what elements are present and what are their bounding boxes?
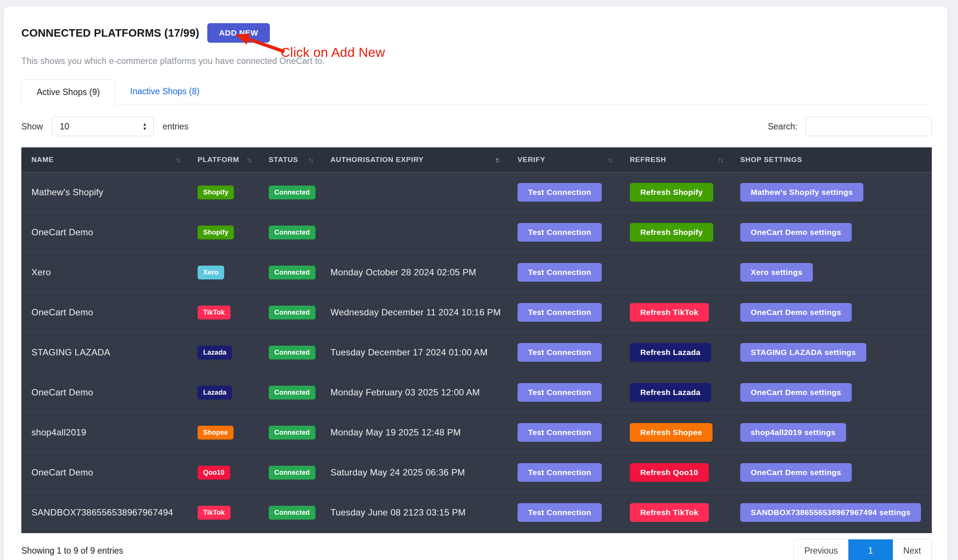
shop-settings-cell: OneCart Demo settings — [733, 463, 932, 482]
shop-name: OneCart Demo — [32, 307, 93, 317]
shop-settings-cell: Xero settings — [733, 263, 932, 282]
test-connection-button[interactable]: Test Connection — [517, 183, 602, 202]
shop-settings-button[interactable]: OneCart Demo settings — [740, 383, 852, 402]
previous-page-button[interactable]: Previous — [794, 539, 848, 560]
column-header-platform[interactable]: PLATFORM↑↓ — [191, 147, 262, 172]
current-page-button[interactable]: 1 — [849, 539, 893, 560]
shop-name: OneCart Demo — [32, 387, 93, 397]
authorisation-expiry-cell: Saturday May 24 2025 06:36 PM — [324, 467, 511, 478]
shop-settings-button[interactable]: OneCart Demo settings — [740, 463, 852, 482]
test-connection-button[interactable]: Test Connection — [517, 503, 602, 522]
shop-settings-button[interactable]: Mathew's Shopify settings — [740, 183, 863, 202]
shop-settings-button[interactable]: OneCart Demo settings — [740, 223, 852, 242]
platform-badge: Shopee — [198, 426, 233, 440]
refresh-cell: Refresh Qoo10 — [623, 463, 733, 482]
shop-name: shop4all2019 — [32, 427, 86, 437]
refresh-button[interactable]: Refresh TikTok — [630, 503, 709, 522]
verify-cell: Test Connection — [511, 303, 623, 322]
table-row: OneCart DemoLazadaConnectedMonday Februa… — [21, 372, 932, 412]
refresh-button[interactable]: Refresh Lazada — [630, 343, 711, 362]
shop-name: Xero — [32, 267, 51, 277]
page-length-select[interactable]: 10 — [52, 117, 154, 136]
authorisation-expiry-cell: Tuesday December 17 2024 01:00 AM — [324, 347, 511, 358]
column-header-verify[interactable]: VERIFY↑↓ — [511, 147, 623, 172]
table-row: SANDBOX7386556538967967494TikTokConnecte… — [21, 492, 932, 533]
authorisation-expiry-cell: Monday May 19 2025 12:48 PM — [324, 427, 511, 438]
platform-badge: TikTok — [198, 506, 230, 520]
refresh-button[interactable]: Refresh Qoo10 — [630, 463, 709, 482]
platform-cell: Lazada — [191, 386, 262, 400]
column-header-authorisation-expiry[interactable]: AUTHORISATION EXPIRY↑↓ — [324, 147, 511, 172]
column-label: AUTHORISATION EXPIRY — [330, 156, 423, 164]
platform-badge: Lazada — [198, 346, 232, 359]
table-row: Mathew's ShopifyShopifyConnectedTest Con… — [21, 172, 932, 212]
title-row: CONNECTED PLATFORMS (17/99) ADD NEW — [21, 23, 932, 43]
authorisation-expiry-cell: Wednesday December 11 2024 10:16 PM — [324, 307, 511, 318]
refresh-button[interactable]: Refresh TikTok — [630, 303, 709, 322]
shop-settings-button[interactable]: SANDBOX7386556538967967494 settings — [740, 503, 921, 522]
shop-name: OneCart Demo — [32, 227, 93, 237]
shop-name: Mathew's Shopify — [32, 187, 103, 197]
column-header-refresh[interactable]: REFRESH↑↓ — [623, 147, 733, 172]
test-connection-button[interactable]: Test Connection — [517, 223, 602, 242]
refresh-button[interactable]: Refresh Lazada — [630, 383, 711, 402]
column-label: SHOP SETTINGS — [740, 156, 802, 164]
authorisation-expiry: Monday May 19 2025 12:48 PM — [330, 427, 461, 437]
next-page-button[interactable]: Next — [893, 539, 931, 560]
status-badge: Connected — [269, 305, 316, 320]
page-length-controls: Show 10 ▲▼ entries — [21, 117, 189, 136]
platform-cell: Xero — [191, 266, 262, 280]
shop-settings-button[interactable]: OneCart Demo settings — [740, 303, 852, 322]
shop-name-cell: SANDBOX7386556538967967494 — [21, 507, 191, 518]
shop-settings-cell: STAGING LAZADA settings — [733, 343, 932, 362]
page-subtitle: This shows you which e-commerce platform… — [21, 56, 932, 66]
shop-name: OneCart Demo — [32, 467, 93, 477]
refresh-button[interactable]: Refresh Shopify — [630, 183, 713, 202]
test-connection-button[interactable]: Test Connection — [517, 263, 602, 282]
test-connection-button[interactable]: Test Connection — [517, 383, 602, 402]
refresh-button[interactable]: Refresh Shopify — [630, 223, 713, 242]
authorisation-expiry: Monday October 28 2024 02:05 PM — [330, 267, 476, 277]
shop-name-cell: OneCart Demo — [21, 467, 191, 478]
verify-cell: Test Connection — [511, 223, 623, 242]
platform-badge: TikTok — [198, 305, 230, 320]
test-connection-button[interactable]: Test Connection — [517, 463, 602, 482]
entries-label: entries — [163, 122, 189, 132]
platform-cell: TikTok — [191, 506, 262, 520]
connected-platforms-table: NAME↑↓PLATFORM↑↓STATUS↑↓AUTHORISATION EX… — [21, 147, 932, 533]
test-connection-button[interactable]: Test Connection — [517, 343, 602, 362]
status-cell: Connected — [262, 346, 324, 359]
status-badge: Connected — [269, 386, 316, 400]
platform-badge: Xero — [198, 266, 224, 280]
status-badge: Connected — [269, 266, 316, 280]
column-header-status[interactable]: STATUS↑↓ — [262, 147, 324, 172]
page-title: CONNECTED PLATFORMS (17/99) — [21, 27, 199, 39]
refresh-button[interactable]: Refresh Shopee — [630, 423, 712, 442]
test-connection-button[interactable]: Test Connection — [517, 423, 602, 442]
tab-active-shops[interactable]: Active Shops (9) — [21, 79, 115, 104]
shops-tabs: Active Shops (9) Inactive Shops (8) — [21, 79, 932, 104]
shop-settings-button[interactable]: STAGING LAZADA settings — [740, 343, 866, 362]
table-header-row: NAME↑↓PLATFORM↑↓STATUS↑↓AUTHORISATION EX… — [21, 147, 932, 172]
column-header-name[interactable]: NAME↑↓ — [21, 147, 191, 172]
shop-name-cell: OneCart Demo — [21, 387, 191, 398]
verify-cell: Test Connection — [511, 183, 623, 202]
refresh-cell: Refresh Shopify — [623, 183, 733, 202]
refresh-cell: Refresh Shopify — [623, 223, 733, 242]
shop-settings-button[interactable]: Xero settings — [740, 263, 813, 282]
shop-settings-cell: SANDBOX7386556538967967494 settings — [733, 503, 932, 522]
platform-badge: Shopify — [198, 185, 234, 199]
shop-settings-button[interactable]: shop4all2019 settings — [740, 423, 846, 442]
annotation-text: Click on Add New — [281, 45, 385, 60]
add-new-button[interactable]: ADD NEW — [207, 23, 270, 43]
platform-cell: Shopify — [191, 185, 262, 199]
refresh-cell: Refresh Lazada — [623, 383, 733, 402]
platform-cell: TikTok — [191, 305, 262, 320]
search-input[interactable] — [806, 117, 932, 136]
tab-inactive-shops[interactable]: Inactive Shops (8) — [115, 79, 214, 104]
test-connection-button[interactable]: Test Connection — [517, 303, 602, 322]
verify-cell: Test Connection — [511, 263, 623, 282]
authorisation-expiry: Tuesday December 17 2024 01:00 AM — [330, 347, 488, 357]
platform-cell: Shopify — [191, 226, 262, 239]
shop-name: STAGING LAZADA — [32, 347, 110, 357]
